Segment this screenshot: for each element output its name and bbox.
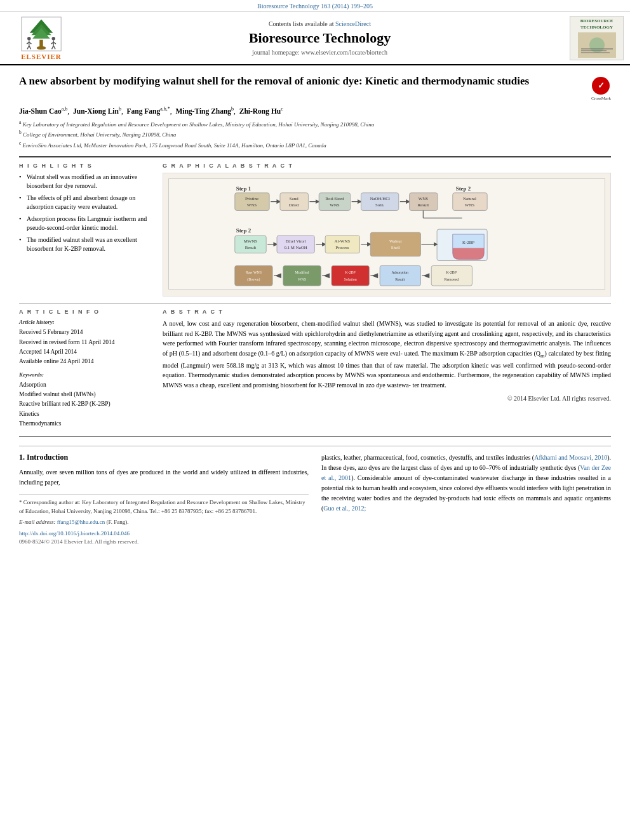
graphical-abstract-label: G R A P H I C A L A B S T R A C T xyxy=(163,163,611,169)
svg-line-9 xyxy=(27,45,29,49)
svg-text:K-2BP: K-2BP xyxy=(462,240,474,244)
bioresource-logo: BIORESOURCETECHNOLOGY xyxy=(570,16,624,60)
journal-reference: Bioresource Technology 163 (2014) 199–20… xyxy=(257,3,373,10)
intro-two-col: 1. Introduction Annually, over seven mil… xyxy=(19,453,611,547)
footnote-area: * Corresponding author at: Key Laborator… xyxy=(19,494,309,547)
ref-link-afkhami[interactable]: Afkhami and Moosavi, 2010 xyxy=(534,454,607,461)
doi-line[interactable]: http://dx.doi.org/10.1016/j.biortech.201… xyxy=(19,530,309,538)
svg-text:Result: Result xyxy=(418,203,429,207)
svg-rect-69 xyxy=(235,266,272,286)
history-label: Article history: xyxy=(19,319,152,325)
svg-point-11 xyxy=(52,37,56,41)
keyword-item: Kinetics xyxy=(19,410,152,419)
copyright-line: © 2014 Elsevier Ltd. All rights reserved… xyxy=(163,395,611,402)
svg-rect-79 xyxy=(332,266,369,286)
health-text: health xyxy=(382,484,397,491)
ref-link-guo[interactable]: Guo et al., 2012; xyxy=(323,505,366,512)
process-diagram-svg: Step 1 Pristine WNS Sand Dried xyxy=(168,178,605,290)
abstract-text: A novel, low cost and easy regeneration … xyxy=(163,319,611,390)
svg-line-10 xyxy=(29,45,31,49)
svg-line-15 xyxy=(52,45,54,49)
svg-text:Solution: Solution xyxy=(344,277,357,281)
intro-left: 1. Introduction Annually, over seven mil… xyxy=(19,453,309,547)
svg-text:Walnut: Walnut xyxy=(389,239,402,243)
graphical-abstract-section: G R A P H I C A L A B S T R A C T Step 1… xyxy=(163,163,611,297)
available-date: Available online 24 April 2014 xyxy=(19,357,152,366)
elsevier-emblem-icon xyxy=(19,17,64,51)
keyword-item: Modified walnut shell (MWNs) xyxy=(19,390,152,399)
svg-text:WNS: WNS xyxy=(419,196,429,201)
svg-text:WNS: WNS xyxy=(298,277,306,281)
svg-text:Result: Result xyxy=(245,245,257,250)
svg-text:Al-WNS: Al-WNS xyxy=(335,239,351,243)
article-title-section: A new absorbent by modifying walnut shel… xyxy=(19,74,611,101)
svg-rect-22 xyxy=(581,52,610,53)
intro-right-text: plastics, leather, pharmaceutical, food,… xyxy=(321,453,611,514)
svg-point-1 xyxy=(37,46,46,50)
section-divider xyxy=(19,156,611,157)
keywords-section: Keywords: Adsorption Modified walnut she… xyxy=(19,371,152,429)
issn-line: 0960-8524/© 2014 Elsevier Ltd. All right… xyxy=(19,538,309,547)
svg-text:Sand: Sand xyxy=(290,196,298,201)
bioresource-logo-area: BIORESOURCETECHNOLOGY xyxy=(563,16,624,60)
corresponding-author-note: * Corresponding author at: Key Laborator… xyxy=(19,498,309,516)
svg-text:Adsorption: Adsorption xyxy=(391,271,408,275)
crossmark-area[interactable]: ✓ CrossMark xyxy=(579,74,611,101)
svg-text:Ethyl Vinyl: Ethyl Vinyl xyxy=(286,239,306,243)
article-info-label: A R T I C L E I N F O xyxy=(19,309,152,315)
keyword-item: Adsorption xyxy=(19,380,152,390)
highlights-section: H I G H L I G H T S Walnut shell was mod… xyxy=(19,163,152,297)
svg-text:Process: Process xyxy=(335,245,349,250)
authors-line: Jia-Shun Caoa,b, Jun-Xiong Linb, Fang Fa… xyxy=(19,106,611,115)
intro-heading: 1. Introduction xyxy=(19,453,309,462)
highlights-abstract-row: H I G H L I G H T S Walnut shell was mod… xyxy=(19,163,611,297)
svg-text:WNS: WNS xyxy=(330,203,340,207)
accepted-date: Accepted 14 April 2014 xyxy=(19,347,152,357)
elsevier-brand: ELSEVIER xyxy=(21,53,62,60)
svg-rect-89 xyxy=(431,266,472,286)
info-abstract-row: A R T I C L E I N F O Article history: R… xyxy=(19,309,611,429)
svg-rect-74 xyxy=(283,266,321,286)
abstract-section: A B S T R A C T A novel, low cost and ea… xyxy=(163,309,611,429)
keyword-item: Thermodynamics xyxy=(19,419,152,429)
svg-text:Dried: Dried xyxy=(289,203,299,207)
svg-text:WNS: WNS xyxy=(247,203,257,207)
abstract-label: A B S T R A C T xyxy=(163,309,611,315)
svg-text:Step 1: Step 1 xyxy=(236,185,251,192)
highlights-label: H I G H L I G H T S xyxy=(19,163,152,169)
bottom-divider xyxy=(19,436,611,437)
highlight-item: The modified walnut shell was an excelle… xyxy=(19,236,152,253)
intro-right: plastics, leather, pharmaceutical, food,… xyxy=(321,453,611,547)
svg-text:Result: Result xyxy=(395,277,405,281)
mid-divider xyxy=(19,303,611,303)
highlight-item: Adsorption process fits Langmuir isother… xyxy=(19,215,152,232)
svg-text:Removed: Removed xyxy=(444,277,459,281)
svg-text:WNS: WNS xyxy=(465,203,475,207)
svg-text:NaOH/HCl: NaOH/HCl xyxy=(370,196,390,201)
svg-text:K-2BP: K-2BP xyxy=(345,271,356,275)
elsevier-logo-area: ELSEVIER xyxy=(6,17,76,60)
sciencedirect-link[interactable]: ScienceDirect xyxy=(335,20,371,27)
crossmark-label: CrossMark xyxy=(591,96,611,101)
highlight-item: Walnut shell was modified as an innovati… xyxy=(19,173,152,190)
svg-text:Modified: Modified xyxy=(295,271,309,275)
svg-point-5 xyxy=(27,37,31,41)
highlights-list: Walnut shell was modified as an innovati… xyxy=(19,173,152,253)
keyword-item: Reactive brilliant red K-2BP (K-2BP) xyxy=(19,399,152,409)
svg-text:Shell: Shell xyxy=(391,245,400,250)
journal-homepage: journal homepage: www.elsevier.com/locat… xyxy=(83,49,557,56)
introduction-section: 1. Introduction Annually, over seven mil… xyxy=(19,446,611,547)
svg-text:0.1 M NaOH: 0.1 M NaOH xyxy=(285,245,307,250)
svg-text:Pristine: Pristine xyxy=(245,196,258,201)
email-line: E-mail address: ffang15@hhu.edu.cn (F. F… xyxy=(19,518,309,527)
ref-link-zee[interactable]: Van der Zee et al., 2001 xyxy=(321,464,611,481)
highlight-item: The effects of pH and absorbent dosage o… xyxy=(19,194,152,211)
svg-text:Rod-Sized: Rod-Sized xyxy=(325,196,344,201)
keywords-label: Keywords: xyxy=(19,371,152,378)
email-link[interactable]: ffang15@hhu.edu.cn xyxy=(57,519,105,525)
svg-rect-20 xyxy=(581,48,613,50)
svg-rect-84 xyxy=(380,266,420,286)
received-date: Received 5 February 2014 xyxy=(19,328,152,337)
journal-title: Bioresource Technology xyxy=(83,30,557,46)
intro-left-text: Annually, over seven million tons of dye… xyxy=(19,467,309,488)
